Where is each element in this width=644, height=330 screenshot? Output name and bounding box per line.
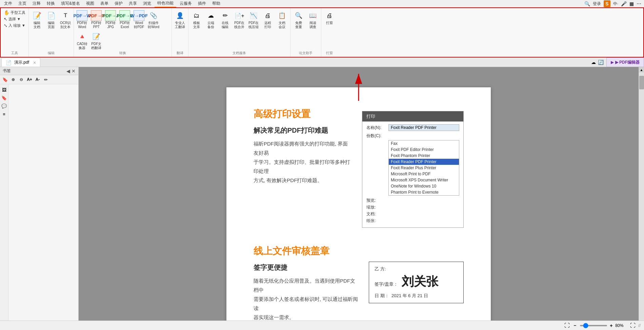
pdf-to-jpg-button[interactable]: PDF→J PDF转JPG xyxy=(104,9,117,30)
sync-icon-tab: 🔄 xyxy=(598,60,604,65)
hand-tool-button[interactable]: ✋ 手型工具 xyxy=(3,9,26,16)
menu-item-plugin[interactable]: 插件 xyxy=(195,0,209,7)
zoom-tool-button[interactable]: ⤡ 入 缩放 ▼ xyxy=(3,23,26,28)
pdf-translate-button[interactable]: 📝 PDF文档翻译 xyxy=(89,30,103,51)
bookmark-edit-button[interactable]: ✏ xyxy=(42,76,49,83)
online-compress-button[interactable]: 📉 PDF在线压缩 xyxy=(247,9,260,30)
text-decrease-button[interactable]: A- xyxy=(34,76,41,83)
pdf-to-excel-button[interactable]: PDF→E PDF转Excel xyxy=(118,9,132,30)
section2-body2: 需要添加个人签名或者标识时, 可以通过福昕阅读 xyxy=(254,294,359,313)
menu-item-help[interactable]: 帮助 xyxy=(209,0,223,7)
sidebar-annot-button[interactable]: 💬 xyxy=(1,103,7,109)
remote-print-button[interactable]: 🖨 远程打印 xyxy=(261,9,275,30)
zoom-slider[interactable] xyxy=(580,325,607,326)
sidebar-thumb-button[interactable]: 🖼 xyxy=(1,86,7,93)
menu-item-protect[interactable]: 保护 xyxy=(112,0,125,7)
grid-icon[interactable]: ▦ xyxy=(629,1,634,6)
printer-fax: Fax xyxy=(389,140,459,147)
word-to-pdf-icon: W→PDF xyxy=(134,10,144,21)
printer-evernote: Phantom Print to Evernote xyxy=(389,189,459,195)
scrollbar-thumb[interactable] xyxy=(639,76,644,89)
pdf-editor-button[interactable]: ▶ ▶ PDF编辑器 xyxy=(606,58,644,67)
menu-item-convert[interactable]: 转换 xyxy=(44,0,58,7)
paper-label: 纸张: xyxy=(366,218,388,224)
menu-item-sign[interactable]: 填写&签名 xyxy=(58,0,83,7)
text-increase-button[interactable]: A+ xyxy=(26,76,33,83)
ribbon-translation-group: 👤 专业人工翻译 翻译 xyxy=(172,8,188,57)
menu-item-cloud[interactable]: 云服务 xyxy=(177,0,195,7)
section2-body1: 随着无纸化办公应用普及。当遇到使用PDF文档中 xyxy=(254,276,359,294)
cad-convert-button[interactable]: 🔺 CAD转换器 xyxy=(75,30,89,51)
pdf-tab[interactable]: 📄 演示.pdf × xyxy=(1,58,40,67)
check-icon: 🔍 xyxy=(293,10,304,21)
more-icon[interactable]: ⋯ xyxy=(637,1,641,6)
sidebar-bookmark-button[interactable]: 🔖 xyxy=(1,94,7,101)
fit-page-button[interactable]: ⛶ xyxy=(564,323,570,329)
tab-label: 演示.pdf xyxy=(14,60,29,65)
fit-width-button[interactable]: ⛶ xyxy=(630,323,636,329)
remote-print-icon: 🖨 xyxy=(262,10,273,21)
menu-item-browse[interactable]: 浏览 xyxy=(140,0,154,7)
preview-label: 预览: xyxy=(366,198,388,203)
menu-item-special[interactable]: 特色功能 xyxy=(155,0,176,7)
mic-icon[interactable]: 🎤 xyxy=(621,1,627,6)
cloud-backup-button[interactable]: ☁ 云端备份 xyxy=(204,9,218,30)
reading-survey-button[interactable]: 📖 阅读调查 xyxy=(306,9,320,30)
name-value: Foxit Reader PDF Printer xyxy=(388,124,459,131)
printer-foxit-reader[interactable]: Foxit Reader PDF Printer xyxy=(389,159,459,165)
ribbon-convert-group: PDF→W PDF转Word PDF→P PDF转PPT PDF→J PDF转J… xyxy=(74,8,172,57)
select-tool-button[interactable]: ↖ 选择 ▼ xyxy=(3,16,26,22)
sidebar-layer-button[interactable]: ≡ xyxy=(1,111,7,117)
panel-expand-icon[interactable]: ◀ xyxy=(66,68,70,74)
plagiarism-check-button[interactable]: 🔍 免费查重 xyxy=(292,9,305,30)
online-merge-button[interactable]: 📄+ PDF在线合并 xyxy=(233,9,246,30)
signature-name: 刘关张 xyxy=(402,275,438,288)
online-edit-button[interactable]: ✏ 在线编辑 xyxy=(218,9,232,30)
doc-meeting-button[interactable]: 📋 文档会议 xyxy=(275,9,289,30)
section2-title: 线上文件审核盖章 xyxy=(254,245,359,258)
tab-close-button[interactable]: × xyxy=(33,60,36,65)
search-icon[interactable]: 🔍 xyxy=(584,1,590,6)
cloud-backup-icon: ☁ xyxy=(205,10,216,21)
ocr-button[interactable]: T OCR识别文本 xyxy=(59,9,72,30)
menu-item-file[interactable]: 文件 xyxy=(1,0,15,7)
scan-to-word-button[interactable]: 📎 扫描件转Word xyxy=(146,9,161,30)
ribbon-tools-group: ✋ 手型工具 ↖ 选择 ▼ ⤡ 入 缩放 ▼ 工具 xyxy=(1,8,29,57)
merge-icon: 📄+ xyxy=(234,10,245,21)
pdf-to-word-button[interactable]: PDF→W PDF转Word xyxy=(75,9,89,30)
compress-icon: 📉 xyxy=(248,10,259,21)
pdf-editor-icon: ▶ xyxy=(611,60,614,65)
stamp-date-label: 日 期： xyxy=(375,293,389,298)
edit-page-button[interactable]: 📄 编辑页面 xyxy=(44,9,58,30)
printer-foxit-phantom: Foxit Phantom Printer xyxy=(389,153,459,159)
menu-item-share[interactable]: 共享 xyxy=(126,0,140,7)
print-dialog-header: 打印 xyxy=(362,111,463,122)
party-label: 乙 方: xyxy=(375,266,386,272)
pdf-to-ppt-button[interactable]: PDF→P PDF转PPT xyxy=(89,9,103,30)
bookmark-expand-button[interactable]: ⊕ xyxy=(9,76,17,83)
hand-icon: ✋ xyxy=(4,10,9,15)
login-button[interactable]: 登录 xyxy=(593,1,601,7)
template-lib-button[interactable]: 🗂 模板文库 xyxy=(190,9,203,30)
ribbon-doc-service-group: 🗂 模板文库 ☁ 云端备份 ✏ 在线编辑 📄+ PDF在线合并 📉 PDF在线压… xyxy=(188,8,290,57)
translation-group-label: 翻译 xyxy=(173,51,187,56)
zoom-plus-button[interactable]: + xyxy=(610,323,612,328)
print-section: 高级打印设置 解决常见的PDF打印难题 福昕PDF阅读器拥有强大的打印功能, 界… xyxy=(254,108,464,228)
zoom-minus-button[interactable]: － xyxy=(572,323,577,329)
panel-collapse-icon[interactable]: ✕ xyxy=(72,68,76,74)
bookmark-add-button[interactable]: 🔖 xyxy=(1,76,9,83)
menu-item-annotate[interactable]: 注释 xyxy=(30,0,43,7)
menu-item-form[interactable]: 表单 xyxy=(98,0,111,7)
word-to-pdf-button[interactable]: W→PDF Word转PDF xyxy=(132,9,146,30)
zoom-controls: ⛶ － + 80% ⛶ // xyxy=(564,323,641,329)
bookmark-collapse-button[interactable]: ⊖ xyxy=(18,76,25,83)
printer-onenote: OneNote for Windows 10 xyxy=(389,183,459,189)
scroll-up-button[interactable]: ▲ xyxy=(639,67,644,72)
print-button[interactable]: 🖨 打窟 xyxy=(323,9,336,26)
print-dialog-illustration: 打印 名称(N): Foxit Reader PDF Printer 份数(C)… xyxy=(362,111,464,228)
copies-label: 份数(C): xyxy=(366,133,388,139)
edit-doc-button[interactable]: 📝 编辑文档 xyxy=(30,9,44,30)
menu-item-home[interactable]: 主页 xyxy=(16,0,29,7)
menu-item-view[interactable]: 视图 xyxy=(83,0,97,7)
pro-translate-button[interactable]: 👤 专业人工翻译 xyxy=(173,9,187,30)
